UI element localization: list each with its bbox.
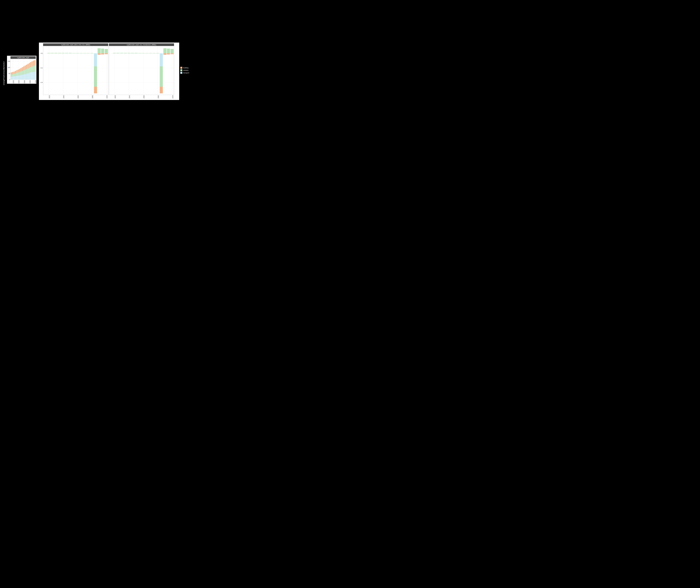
x-tick-label: 2060 [24, 80, 25, 83]
y-tick-label: 150 [8, 61, 10, 62]
legend-label-industry: industry [183, 69, 189, 71]
bar-industry [72, 53, 75, 53]
bar-transport [30, 73, 31, 80]
bar-industry [149, 53, 152, 53]
panel-baseline: rcp85cooler_ssp5 05010015020202040206020… [7, 56, 36, 84]
bar-transport [14, 76, 15, 80]
legend-label-building: building [183, 67, 188, 69]
y-tick-label: 100 [8, 67, 10, 68]
bar-industry [51, 53, 54, 53]
bar-industry [19, 72, 20, 75]
bar-industry [163, 48, 166, 53]
bar-industry [94, 66, 97, 87]
bar-industry [33, 66, 34, 72]
facet-strip-baseline: rcp85cooler_ssp5 [11, 56, 36, 59]
x-tick-label: 2080 [92, 95, 93, 98]
x-tick-label: 2040 [129, 95, 130, 98]
bar-building [18, 70, 19, 73]
legend-item-building: building [180, 67, 189, 69]
bar-industry [26, 69, 27, 74]
y-tick-label: 50 [9, 73, 10, 74]
bar-transport [25, 74, 26, 80]
plot-area-baseline: 05010015020202040206020802100 [11, 59, 36, 80]
bar-industry [83, 53, 86, 53]
bar-building [31, 61, 33, 67]
bar-industry [15, 73, 16, 76]
bar-industry [171, 49, 174, 53]
bar-industry [18, 73, 19, 76]
bar-industry [90, 53, 93, 53]
x-tick-label: 2020 [115, 95, 116, 98]
bar-industry [23, 70, 24, 74]
bar-building [22, 67, 23, 71]
bar-transport [23, 74, 24, 80]
bar-building [12, 72, 13, 74]
bar-industry [65, 53, 68, 53]
bar-transport [33, 72, 34, 80]
bar-building [26, 65, 27, 69]
bar-building [160, 87, 163, 93]
x-tick-label: 2080 [29, 80, 31, 83]
bar-transport [26, 74, 27, 80]
bar-building [30, 62, 31, 67]
x-tick-label: 2040 [18, 80, 20, 83]
bar-building [29, 63, 30, 68]
bar-building [94, 87, 97, 93]
bar-building [105, 53, 108, 54]
bar-industry [160, 66, 163, 87]
facet-strip-allow-new-nuc: rcp85cooler_ssp5_allow_new_nuc_diffAbs [43, 43, 108, 46]
bar-industry [156, 53, 159, 53]
bar-transport [18, 76, 19, 80]
legend-key-transport [180, 72, 182, 74]
bar-transport [34, 72, 35, 80]
bar-industry [124, 53, 127, 53]
bar-transport [31, 72, 33, 80]
bar-industry [11, 74, 12, 77]
bar-industry [145, 53, 148, 53]
bar-industry [116, 53, 120, 53]
plot-area-allow-new-nuc: 0.0-0.2-0.420202040206020802100 [43, 46, 108, 95]
bar-building [19, 69, 20, 72]
bar-industry [14, 74, 15, 76]
bar-industry [142, 53, 145, 53]
bar-transport [22, 75, 23, 80]
bar-industry [76, 53, 79, 53]
bar-building [16, 70, 17, 73]
bar-transport [11, 77, 12, 80]
figure-stage: energyFinalConsumBySecEJ rcp85cooler_ssp… [0, 0, 210, 147]
bar-industry [87, 53, 90, 53]
legend-key-industry [180, 69, 182, 71]
bar-industry [138, 53, 141, 53]
bar-transport [19, 75, 20, 80]
facet-strip-nuc-moratorium: rcp85cooler_ssp5_nuc_moratorium_diffAbs [109, 43, 174, 46]
x-tick-label: 2020 [13, 80, 14, 83]
bar-industry [153, 53, 156, 53]
bar-building [25, 66, 26, 70]
bar-building [101, 53, 104, 54]
bar-industry [98, 48, 101, 53]
bar-industry [167, 49, 170, 53]
bar-industry [127, 53, 130, 53]
y-tick-label: -0.2 [40, 67, 43, 69]
bar-building [98, 53, 101, 55]
plot-area-nuc-moratorium: 20202040206020802100 [109, 46, 174, 95]
bar-building [11, 72, 12, 75]
bar-industry [131, 53, 134, 53]
bar-building [171, 53, 174, 54]
bar-transport [16, 76, 17, 80]
legend-key-building [180, 67, 182, 69]
bar-transport [15, 76, 16, 80]
bar-industry [80, 53, 83, 53]
bar-industry [58, 53, 61, 53]
x-tick-label: 2040 [63, 95, 65, 98]
bar-industry [16, 73, 17, 76]
bar-industry [27, 68, 29, 73]
bar-transport [94, 53, 97, 66]
bar-industry [30, 67, 31, 73]
x-tick-label: 2100 [172, 95, 174, 98]
y-axis-label: energyFinalConsumBySecEJ [3, 61, 5, 85]
bar-transport [27, 73, 29, 80]
bar-building [27, 64, 29, 68]
bar-building [20, 68, 22, 71]
y-tick-label: -0.4 [40, 82, 43, 83]
